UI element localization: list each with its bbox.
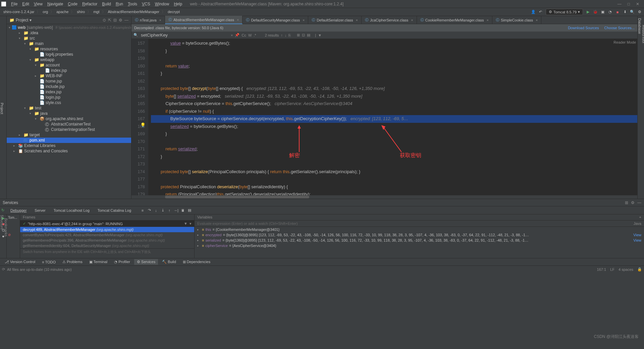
crumb[interactable]: apache	[55, 9, 70, 14]
menu-window[interactable]: Window	[153, 1, 172, 7]
tab-server[interactable]: Server	[33, 208, 47, 213]
back-icon[interactable]: ↶	[538, 10, 543, 14]
run-to-cursor-icon[interactable]: →|	[173, 208, 179, 213]
tree-item[interactable]: ▾📦org.apache.shiro.test	[7, 116, 131, 121]
crumb[interactable]: shiro-core-1.2.4.jar	[2, 9, 36, 14]
pin-icon[interactable]: 📌	[235, 33, 239, 37]
menu-refactor[interactable]: Refactor	[80, 1, 100, 7]
indent-label[interactable]: 4 spaces	[619, 267, 633, 271]
close-icon[interactable]: ✕	[636, 2, 639, 6]
close-tab-icon[interactable]: ×	[356, 18, 358, 22]
tree-root[interactable]: ▾🟦 web [samples-web] F:\javasec-env\shir…	[7, 25, 131, 30]
close-tab-icon[interactable]: ×	[303, 18, 305, 22]
stop-button[interactable]: ■	[615, 10, 620, 14]
evaluate-input[interactable]: Evaluate expression (Enter) or add a wat…	[195, 220, 644, 227]
regex-icon[interactable]: .*	[254, 33, 256, 37]
step-out-icon[interactable]: ↑	[167, 208, 172, 213]
words-icon[interactable]: W	[248, 33, 252, 37]
bottom-tab-dependencies[interactable]: ⊞ Dependencies	[180, 259, 213, 265]
minimize-icon[interactable]: —	[618, 2, 622, 6]
left-tool-strip[interactable]: Project	[0, 16, 7, 199]
tree-item[interactable]: ▸📁.idea	[7, 30, 131, 36]
hide-icon[interactable]: —	[637, 200, 641, 205]
database-tool-label[interactable]: Database	[638, 18, 642, 199]
tree-item[interactable]: ▸📋Scratches and Consoles	[7, 148, 131, 154]
menu-tools[interactable]: Tools	[125, 1, 140, 7]
select-all-icon[interactable]: ⎘	[288, 33, 291, 37]
caret-position[interactable]: 167:1	[597, 267, 606, 271]
profile-button[interactable]: ◔	[608, 10, 612, 14]
crumb[interactable]: shiro	[75, 9, 86, 14]
project-tool-label[interactable]: Project	[0, 103, 4, 114]
tree-item[interactable]: ▾📁resources	[7, 46, 131, 52]
collapse-all-icon[interactable]: ⊟	[113, 18, 117, 22]
user-icon[interactable]: 👤	[531, 10, 536, 14]
bottom-tab-problems[interactable]: ⚠ Problems	[60, 259, 85, 265]
horizontal-scrollbar[interactable]	[131, 195, 637, 199]
editor-tab[interactable]: ⒸAbstractRememberMeManager.class×	[165, 16, 243, 24]
thread-selector[interactable]: ✓ "http-nio-8081-exec-4"@2,244 in group …	[20, 220, 194, 227]
menu-run[interactable]: Run	[113, 1, 125, 7]
editor-tab[interactable]: ⒸDefaultSecurityManager.class×	[243, 16, 308, 24]
tree-item[interactable]: 📄index.jsp	[7, 68, 131, 73]
dropdown-icon[interactable]: ▾	[30, 18, 32, 22]
editor-tab[interactable]: ⒸnTest.java×	[131, 16, 165, 24]
force-step-icon[interactable]: ⤓	[160, 208, 165, 213]
tree-item[interactable]: 📄style.css	[7, 100, 131, 105]
step-into-icon[interactable]: ↓	[153, 208, 159, 213]
tab-localhost-log[interactable]: Tomcat Localhost Log	[52, 208, 92, 213]
search-everywhere-button[interactable]: 🔍	[630, 10, 635, 14]
crumb[interactable]: org	[41, 9, 49, 14]
hide-icon[interactable]: —	[124, 18, 128, 22]
tree-item[interactable]: ▾📁main	[7, 41, 131, 46]
trace-icon[interactable]: ▤	[187, 208, 192, 213]
tree-item[interactable]: ▸📁WEB-INF	[7, 73, 131, 79]
sync-icon[interactable]: ⟳	[2, 267, 5, 271]
expand-all-icon[interactable]: ⇱	[108, 18, 111, 22]
project-tree[interactable]: ▾🟦 web [samples-web] F:\javasec-env\shir…	[7, 24, 131, 199]
bottom-tab-terminal[interactable]: ▣ Terminal	[87, 259, 110, 265]
variable-row[interactable]: ▸≡ this = {CookieRememberMeManager@3401}	[195, 227, 644, 232]
choose-sources-link[interactable]: Choose Sources...	[604, 26, 635, 30]
right-tool-strip[interactable]: Database RestfulTool m Maven	[637, 16, 644, 199]
add-selection-icon[interactable]: ⊞	[297, 33, 300, 37]
tab-catalina-log[interactable]: Tomcat Catalina Log	[96, 208, 133, 213]
tree-item[interactable]: 📄home.jsp	[7, 79, 131, 84]
tree-item[interactable]: ▸📚External Libraries	[7, 143, 131, 148]
view-link[interactable]: View	[633, 238, 641, 242]
add-watch-icon[interactable]: +	[639, 215, 641, 219]
bookmarks-tool-label[interactable]: Bookmarks	[4, 218, 8, 237]
stack-frame[interactable]: getRememberedPrincipals:396, AbstractRem…	[20, 238, 194, 243]
menu-vcs[interactable]: VCS	[140, 1, 153, 7]
bottom-tab-todo[interactable]: ≡ TODO	[39, 259, 58, 265]
tree-item[interactable]: ▾📁src	[7, 36, 131, 41]
select-opened-icon[interactable]: ⊙	[103, 18, 106, 22]
tree-item[interactable]: 📄include.jsp	[7, 84, 131, 89]
variable-row[interactable]: ▸≡ cipherService = {AesCipherService@340…	[195, 243, 644, 248]
menu-view[interactable]: View	[32, 1, 45, 7]
git-button[interactable]: ⬇	[623, 10, 627, 14]
down-icon[interactable]: ↓	[285, 33, 287, 37]
variable-row[interactable]: ▸≡ encrypted = {byte[1360]@3895} [123, 1…	[195, 232, 644, 238]
intention-bulb-icon[interactable]: 💡	[140, 121, 146, 129]
menu-file[interactable]: File	[9, 1, 20, 7]
coverage-button[interactable]: ▣	[600, 10, 605, 14]
close-tab-icon[interactable]: ×	[237, 18, 239, 22]
tree-item[interactable]: ▾📁test	[7, 105, 131, 111]
bottom-tab-build[interactable]: 🔨 Build	[159, 259, 179, 265]
variable-row[interactable]: ▸≡ serialized = {byte[1360]@3895} [123, …	[195, 238, 644, 243]
tree-item[interactable]: ▸📁target	[7, 132, 131, 138]
crumb[interactable]: AbstractRememberMeManager	[107, 9, 161, 14]
menu-navigate[interactable]: Navigate	[45, 1, 65, 7]
tree-item[interactable]: ▾📁java	[7, 111, 131, 116]
editor-tab[interactable]: ⒸJcaCipherService.class×	[362, 16, 417, 24]
editor-tab[interactable]: ⒸCookieRememberMeManager.class×	[417, 16, 492, 24]
maximize-icon[interactable]: □	[628, 2, 630, 6]
dropdown-icon[interactable]: ▾	[190, 221, 192, 226]
run-button[interactable]: ▶	[586, 10, 590, 14]
bottom-tab-profiler[interactable]: ◔ Profiler	[111, 259, 133, 265]
tree-item[interactable]: ▾📁account	[7, 62, 131, 68]
editor-tab[interactable]: ⒸSimpleCookie.class×	[492, 16, 541, 24]
close-tab-icon[interactable]: ×	[411, 18, 413, 22]
left-tool-strip-bottom[interactable]: Structure Bookmarks	[0, 208, 7, 237]
